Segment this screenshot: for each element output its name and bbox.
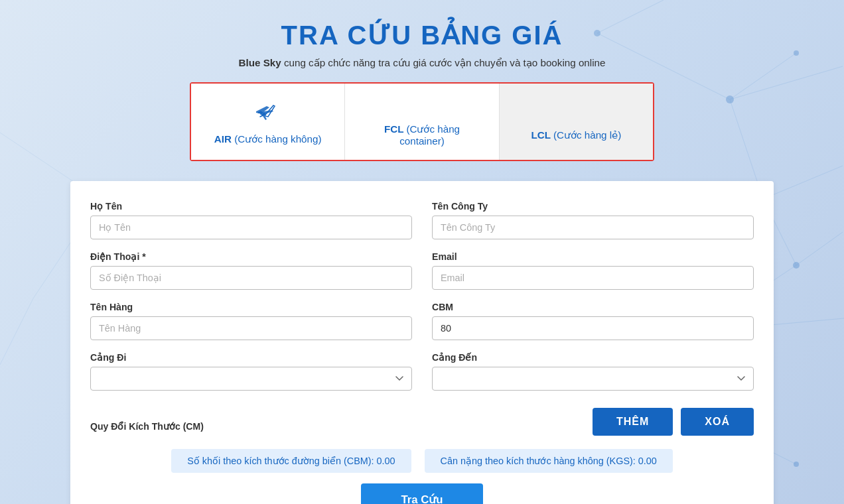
svg-point-16 bbox=[794, 50, 799, 56]
tab-fcl[interactable]: FCL (Cước hàng container) bbox=[345, 84, 499, 160]
form-row-3: Tên Hàng CBM bbox=[90, 302, 754, 340]
svg-point-24 bbox=[794, 462, 799, 467]
email-col: Email bbox=[432, 251, 754, 290]
btn-col: THÊM XOÁ bbox=[432, 403, 754, 436]
tab-air[interactable]: AIR (Cước hàng không) bbox=[191, 84, 345, 160]
quy-doi-col: Quy Đổi Kích Thước (CM) bbox=[90, 421, 412, 436]
cang-den-select[interactable] bbox=[432, 367, 754, 391]
page-subtitle: Blue Sky cung cấp chức năng tra cứu giá … bbox=[70, 57, 774, 69]
tab-lcl-label: LCL (Cước hàng lẻ) bbox=[531, 129, 621, 141]
ten-hang-label: Tên Hàng bbox=[90, 302, 412, 312]
tab-air-label: AIR (Cước hàng không) bbox=[214, 133, 322, 145]
cang-den-col: Cảng Đến bbox=[432, 352, 754, 391]
form-row-4: Cảng Đi Cảng Đến bbox=[90, 352, 754, 391]
cang-di-select[interactable] bbox=[90, 367, 412, 391]
dien-thoai-col: Điện Thoại * bbox=[90, 251, 412, 290]
xoa-button[interactable]: XOÁ bbox=[681, 408, 754, 436]
ho-ten-input[interactable] bbox=[90, 216, 412, 239]
cbm-input[interactable] bbox=[432, 316, 754, 340]
page-title: TRA CỨU BẢNG GIÁ bbox=[70, 20, 774, 50]
ten-cong-ty-col: Tên Công Ty bbox=[432, 201, 754, 239]
cang-den-label: Cảng Đến bbox=[432, 352, 754, 363]
tra-cuu-row: Tra Cứu bbox=[90, 483, 754, 504]
plane-icon bbox=[255, 98, 281, 128]
cang-di-col: Cảng Đi bbox=[90, 352, 412, 391]
kgs-info-badge: Cân nặng theo kích thước hàng không (KGS… bbox=[425, 449, 673, 473]
info-badges: Số khối theo kích thước đường biển (CBM)… bbox=[90, 449, 754, 473]
email-input[interactable] bbox=[432, 266, 754, 290]
svg-line-9 bbox=[796, 232, 843, 265]
dien-thoai-label: Điện Thoại * bbox=[90, 251, 412, 262]
quy-doi-label: Quy Đổi Kích Thước (CM) bbox=[90, 421, 412, 432]
cbm-info-badge: Số khối theo kích thước đường biển (CBM)… bbox=[171, 449, 411, 473]
tab-lcl[interactable]: LCL (Cước hàng lẻ) bbox=[500, 84, 653, 160]
ten-hang-col: Tên Hàng bbox=[90, 302, 412, 340]
action-buttons: THÊM XOÁ bbox=[432, 408, 754, 436]
tab-fcl-label: FCL (Cước hàng container) bbox=[365, 123, 478, 147]
svg-point-18 bbox=[793, 262, 800, 269]
ho-ten-col: Họ Tên bbox=[90, 201, 412, 239]
form-row-2: Điện Thoại * Email bbox=[90, 251, 754, 290]
ten-hang-input[interactable] bbox=[90, 316, 412, 340]
tab-selector: AIR (Cước hàng không) FCL (Cước hàng con… bbox=[190, 82, 654, 161]
brand-name: Blue Sky bbox=[239, 57, 281, 68]
dien-thoai-input[interactable] bbox=[90, 266, 412, 290]
ten-cong-ty-label: Tên Công Ty bbox=[432, 201, 754, 212]
tra-cuu-button[interactable]: Tra Cứu bbox=[361, 483, 482, 504]
email-label: Email bbox=[432, 251, 754, 262]
search-form: Họ Tên Tên Công Ty Điện Thoại * Email Tê… bbox=[70, 181, 774, 504]
form-row-1: Họ Tên Tên Công Ty bbox=[90, 201, 754, 239]
cbm-label: CBM bbox=[432, 302, 754, 312]
svg-line-27 bbox=[0, 298, 33, 365]
form-row-5: Quy Đổi Kích Thước (CM) THÊM XOÁ bbox=[90, 403, 754, 436]
ten-cong-ty-input[interactable] bbox=[432, 216, 754, 239]
cang-di-label: Cảng Đi bbox=[90, 352, 412, 363]
cbm-col: CBM bbox=[432, 302, 754, 340]
ho-ten-label: Họ Tên bbox=[90, 201, 412, 212]
them-button[interactable]: THÊM bbox=[593, 408, 673, 436]
